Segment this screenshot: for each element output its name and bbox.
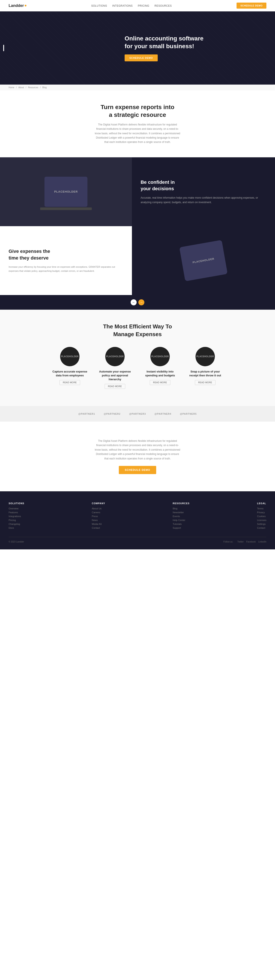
footer-col-heading-1: Company xyxy=(92,502,105,504)
logo-text: Landder xyxy=(9,3,24,8)
features-grid: PLACEHOLDER Capture accurate expense dat… xyxy=(41,347,234,389)
footer-col-legal: Legal Terms Privacy Cookies Licenses Set… xyxy=(257,502,266,530)
confident-heading: Be confident in your decisions xyxy=(141,179,266,192)
footer-link-0-3[interactable]: Pricing xyxy=(9,519,24,522)
footer-social-facebook[interactable]: Facebook xyxy=(246,541,256,543)
footer-link-2-3[interactable]: Help Center xyxy=(173,519,190,522)
footer-link-2-5[interactable]: Support xyxy=(173,527,190,529)
pagination-section: ← → xyxy=(0,295,275,310)
efficient-heading: The Most Efficient Way To Manage Expense… xyxy=(9,323,266,338)
footer-link-1-3[interactable]: News xyxy=(92,519,105,522)
confident-right-content: Be confident in your decisions Accurate,… xyxy=(132,157,275,226)
section-confident: PLACEHOLDER Be confident in your decisio… xyxy=(0,157,275,226)
navbar: Landder Solutions Integrations Pricing R… xyxy=(0,0,275,11)
hero-sidebar-indicator xyxy=(3,45,4,51)
footer-col-heading-2: Resources xyxy=(173,502,190,504)
footer-social: Follow us: Twitter Facebook LinkedIn xyxy=(223,541,266,543)
breadcrumb-home[interactable]: Home xyxy=(9,86,14,89)
confident-left-image: PLACEHOLDER xyxy=(0,157,132,226)
nav-item-pricing[interactable]: Pricing xyxy=(138,4,149,8)
feature-btn-2[interactable]: Read More xyxy=(150,380,170,385)
footer-col-heading-0: Solutions xyxy=(9,502,24,504)
footer-link-0-1[interactable]: Features xyxy=(9,511,24,514)
footer: Solutions Overview Features Integrations… xyxy=(0,491,275,549)
footer-link-0-2[interactable]: Integrations xyxy=(9,515,24,517)
footer-link-3-4[interactable]: Settings xyxy=(257,523,266,525)
partner-logo-4: @PARTNER5 xyxy=(180,412,197,415)
footer-link-2-1[interactable]: Newsletter xyxy=(173,511,190,514)
footer-link-1-0[interactable]: About Us xyxy=(92,507,105,510)
feature-btn-3[interactable]: Read More xyxy=(195,380,215,385)
breadcrumb-blog[interactable]: Blog xyxy=(42,86,47,89)
give-expenses-left-content: Give expenses the time they deserve Incr… xyxy=(0,226,132,295)
footer-link-1-4[interactable]: Media Kit xyxy=(92,523,105,525)
nav-link-integrations[interactable]: Integrations xyxy=(112,4,133,7)
feature-title-0: Capture accurate expense data from emplo… xyxy=(51,370,89,377)
feature-title-3: Snap a picture of your receipt then thro… xyxy=(186,370,224,377)
feature-card-0: PLACEHOLDER Capture accurate expense dat… xyxy=(51,347,89,389)
footer-bottom: © 2023 Landder Follow us: Twitter Facebo… xyxy=(9,537,266,543)
footer-link-2-2[interactable]: Events xyxy=(173,515,190,517)
footer-link-3-1[interactable]: Privacy xyxy=(257,511,266,514)
footer-link-1-5[interactable]: Contact xyxy=(92,527,105,529)
logo: Landder xyxy=(9,3,27,8)
section-efficient: The Most Efficient Way To Manage Expense… xyxy=(0,310,275,406)
footer-link-3-0[interactable]: Terms xyxy=(257,507,266,510)
footer-col-heading-3: Legal xyxy=(257,502,266,504)
logos-section: @PARTNER1 @PARTNER2 @PARTNER3 @PARTNER4 … xyxy=(0,406,275,422)
feature-circle-1: PLACEHOLDER xyxy=(105,347,125,366)
partner-logo-1: @PARTNER2 xyxy=(104,412,120,415)
footer-link-0-0[interactable]: Overview xyxy=(9,507,24,510)
breadcrumb-about[interactable]: About xyxy=(18,86,24,89)
footer-social-linkedin[interactable]: LinkedIn xyxy=(258,541,266,543)
feature-btn-1[interactable]: Read More xyxy=(104,384,125,389)
nav-cta-button[interactable]: Schedule Demo xyxy=(237,3,266,9)
footer-col-solutions: Solutions Overview Features Integrations… xyxy=(9,502,24,530)
footer-link-0-4[interactable]: Changelog xyxy=(9,523,24,525)
hero-content: Online accounting software for your smal… xyxy=(125,35,210,62)
feature-btn-0[interactable]: Read More xyxy=(60,380,80,385)
nav-item-solutions[interactable]: Solutions xyxy=(91,4,107,8)
logo-dot-icon xyxy=(25,5,27,6)
hero-title: Online accounting software for your smal… xyxy=(125,35,210,50)
nav-item-resources[interactable]: Resources xyxy=(155,4,172,8)
feature-card-1: PLACEHOLDER Automate your expense policy… xyxy=(96,347,134,389)
give-expenses-right-image: PLACEHOLDER xyxy=(132,226,275,295)
feature-circle-3: PLACEHOLDER xyxy=(196,347,215,366)
section-give-expenses: Give expenses the time they deserve Incr… xyxy=(0,226,275,295)
nav-link-solutions[interactable]: Solutions xyxy=(91,4,107,7)
feature-title-1: Automate your expense policy and approva… xyxy=(96,370,134,382)
footer-follow-label: Follow us: xyxy=(223,541,233,543)
pagination-prev-button[interactable]: ← xyxy=(131,299,137,305)
footer-social-twitter[interactable]: Twitter xyxy=(237,541,243,543)
feature-circle-0: PLACEHOLDER xyxy=(60,347,79,366)
footer-col-resources: Resources Blog Newsletter Events Help Ce… xyxy=(173,502,190,530)
give-expenses-heading: Give expenses the time they deserve xyxy=(9,248,123,261)
pagination-next-button[interactable]: → xyxy=(138,299,144,305)
partner-logo-0: @PARTNER1 xyxy=(78,412,95,415)
footer-link-1-2[interactable]: Press xyxy=(92,515,105,517)
nav-link-resources[interactable]: Resources xyxy=(155,4,172,7)
tablet-placeholder: PLACEHOLDER xyxy=(179,240,228,281)
footer-link-3-5[interactable]: Contact xyxy=(257,527,266,529)
section-turn-expense: Turn expense reports into a strategic re… xyxy=(0,91,275,157)
cta-bottom-body: The Digital Asset Platform delivers flex… xyxy=(95,439,180,461)
footer-col-links-2: Blog Newsletter Events Help Center Tutor… xyxy=(173,507,190,529)
partner-logo-2: @PARTNER3 xyxy=(129,412,146,415)
confident-body: Accurate, real time information helps yo… xyxy=(141,196,266,204)
footer-link-3-3[interactable]: Licenses xyxy=(257,519,266,522)
footer-link-2-4[interactable]: Tutorials xyxy=(173,523,190,525)
feature-title-2: Instant visibility into spending and bud… xyxy=(141,370,179,377)
hero-cta-button[interactable]: Schedule Demo xyxy=(125,54,158,61)
footer-link-1-1[interactable]: Careers xyxy=(92,511,105,514)
feature-circle-2: PLACEHOLDER xyxy=(150,347,170,366)
section-cta-bottom: The Digital Asset Platform delivers flex… xyxy=(0,422,275,491)
footer-link-0-5[interactable]: Docs xyxy=(9,527,24,529)
cta-bottom-button[interactable]: Schedule Demo xyxy=(119,466,156,474)
feature-card-2: PLACEHOLDER Instant visibility into spen… xyxy=(141,347,179,389)
nav-link-pricing[interactable]: Pricing xyxy=(138,4,149,7)
nav-item-integrations[interactable]: Integrations xyxy=(112,4,133,8)
footer-link-3-2[interactable]: Cookies xyxy=(257,515,266,517)
breadcrumb-resources[interactable]: Resources xyxy=(28,86,38,89)
footer-link-2-0[interactable]: Blog xyxy=(173,507,190,510)
